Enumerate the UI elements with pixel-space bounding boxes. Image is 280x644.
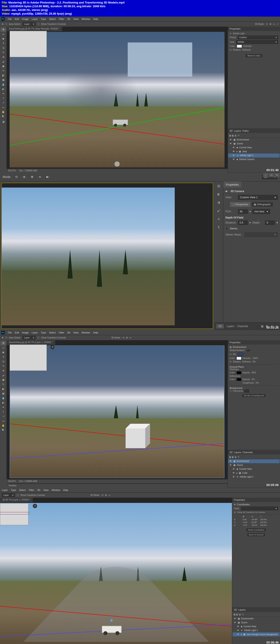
layer-current-view[interactable]: 👁■Current View [228,146,279,150]
history-brush-tool[interactable]: ↻ [1,69,6,73]
ibl-thumb[interactable] [238,353,243,356]
pen-tool[interactable]: ✒ [1,92,6,96]
brush-tool[interactable]: 🖌 [1,60,6,64]
orbit-icon[interactable]: ⟲ [122,336,124,339]
histogram-icon[interactable]: ▥ [215,183,222,188]
layer-camera[interactable]: 👁■Default Camera [228,158,279,162]
eraser-tool[interactable]: ◧ [1,387,6,391]
jeep-model[interactable] [102,621,124,635]
orbit-icon[interactable]: ⟲ [14,174,19,180]
menu-help[interactable]: Help [93,331,98,334]
layer-infinite-light[interactable]: 👁☀Infinite Light 1 [228,154,279,158]
3d-tab[interactable]: 3D [216,324,224,328]
document-tab[interactable]: BaseSetting.jpg @ 66.7% (Layer 1, RGB/8)… [7,340,55,344]
channels-tab[interactable]: Channels [242,451,252,454]
shadow-check[interactable]: Shadow [233,360,241,363]
refl-opacity-value[interactable]: 0% [252,378,255,380]
menu-view[interactable]: View [43,489,49,491]
light-card[interactable] [128,42,192,76]
properties-tab[interactable]: Properties [223,182,241,188]
perspective-button[interactable]: ⬚Perspective [230,202,250,207]
ps-logo[interactable]: Ps [1,331,5,334]
filter-mesh-icon[interactable]: ◧ [232,134,234,137]
pen-tool[interactable]: ✒ [1,405,6,410]
units-dropdown[interactable]: ▾ [241,506,278,510]
menu-type[interactable]: Type [11,489,16,491]
depth-input[interactable] [265,220,275,225]
scale-icon[interactable]: ⤢ [276,23,278,25]
menu-type[interactable]: Type [41,331,46,334]
filter-all-icon[interactable]: ▦ [229,456,231,458]
z-rot[interactable]: -00.21° [251,524,259,526]
gradient-tool[interactable]: ▦ [1,78,6,82]
crop-tool[interactable]: ⊡ [1,360,6,364]
jeep-model[interactable] [113,116,130,127]
slide-icon[interactable]: ⇔ [37,174,43,180]
shape-tool[interactable]: ▭ [1,419,6,423]
secondary-view-close[interactable]: ✕ [33,504,37,508]
wand-tool[interactable]: ✦ [1,355,6,359]
zoom-level[interactable]: 66.67% [8,480,16,482]
canvas[interactable] [0,182,214,330]
layer-environment[interactable]: 👁▦Environment [228,459,279,463]
heal-tool[interactable]: ⊕ [1,55,6,59]
fov-input[interactable] [238,209,248,214]
ambient-swatch[interactable] [246,349,251,352]
type-tool[interactable]: T [1,410,6,414]
eraser-tool[interactable]: ◧ [1,73,6,78]
light-widget[interactable]: · · ·· ·· · · [96,398,103,406]
bg-thumb[interactable] [244,389,249,393]
x-scale[interactable]: 125.9% [260,518,268,520]
layer-current-view[interactable]: 👁■Current View [233,624,279,628]
menu-edit[interactable]: Edit [15,331,19,334]
opacity-value[interactable]: 60% [252,372,256,374]
x-rot[interactable]: -00.58° [251,518,259,520]
menu-type[interactable]: Type [41,18,46,20]
layer-scene[interactable]: 👁▦Scene [233,621,279,624]
auto-select-dropdown[interactable]: Layer▾ [23,22,36,26]
menu-filter[interactable]: Filter [59,331,64,334]
marquee-tool[interactable]: ▭ [1,32,6,36]
orbit-icon[interactable]: ⟲ [266,23,268,25]
blur-tool[interactable]: 💧 [1,396,6,400]
menu-help[interactable]: Help [63,489,68,491]
ps-logo[interactable]: Ps [1,17,5,21]
view-dropdown[interactable]: Custom View 1▾ [238,195,278,200]
properties-tab[interactable]: Properties [230,341,240,344]
zoom-level[interactable]: 66.67% [8,170,16,172]
layer-environment[interactable]: 👁▦Environment [228,138,279,142]
brush-tool[interactable]: 🖌 [1,373,6,378]
ibl-color-swatch[interactable] [237,357,241,360]
path-tool[interactable]: ↗ [1,414,6,419]
reset-coords-button[interactable]: Reset Coordinates [246,528,266,532]
slide-icon[interactable]: ⇔ [108,494,110,496]
move-tool[interactable]: ✥ [1,28,6,32]
zoom-tool[interactable]: 🔍 [1,428,6,432]
softness-value[interactable]: 0% [252,360,255,363]
stereo-checkbox[interactable] [225,227,228,230]
character-icon[interactable]: A [215,216,222,222]
type-tool[interactable]: T [1,96,6,100]
zoom-tool[interactable]: 🔍 [1,114,6,119]
3d-tab[interactable]: 3D [230,451,233,454]
channels-tab[interactable]: Channels [237,325,248,328]
layer-current-view[interactable]: 👁■Current View [228,467,279,471]
stamp-tool[interactable]: ▣ [1,378,6,382]
gradient-tool[interactable]: ▦ [1,392,6,396]
menu-select[interactable]: Select [49,18,56,20]
brush-preset-icon[interactable]: 🖌 [215,208,222,213]
fov-unit-dropdown[interactable]: mm lens▾ [252,209,270,214]
filter-mesh-icon[interactable]: ◧ [232,456,234,458]
maximize-button[interactable]: ▭ [269,173,274,177]
pan-icon[interactable]: ✥ [126,336,128,339]
menu-layer[interactable]: Layer [2,489,8,491]
layer-cube[interactable]: 👁▸▦Cube [228,471,279,475]
lasso-tool[interactable]: ◉ [1,37,6,41]
secondary-view[interactable] [10,31,47,57]
menu-file[interactable]: File [8,18,12,20]
menu-window[interactable]: Window [81,331,90,334]
roughness-value[interactable]: 0% [255,382,259,384]
menu-filter[interactable]: Filter [29,489,34,491]
minimize-button[interactable]: – [263,173,268,177]
filter-mat-icon[interactable]: ◐ [235,456,237,458]
